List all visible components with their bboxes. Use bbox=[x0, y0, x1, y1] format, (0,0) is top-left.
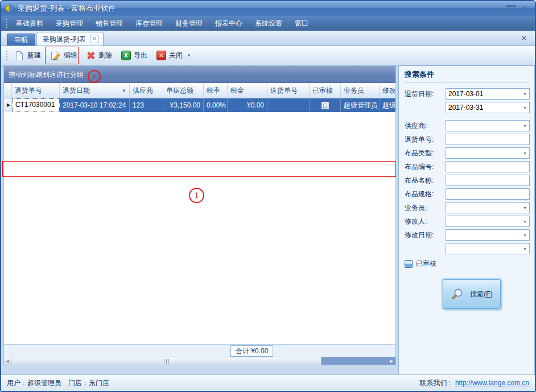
menu-reports[interactable]: 报表中心 bbox=[209, 16, 249, 31]
app-window: 采购退货-列表 - 蓝格布业软件 ✕ 基础资料 采购管理 销售管理 库存管理 财… bbox=[0, 0, 536, 392]
close-list-button[interactable]: ✕ 关闭 ▼ bbox=[152, 49, 196, 62]
excel-export-icon: X bbox=[121, 51, 131, 60]
contact-label: 联系我们 : bbox=[419, 378, 451, 388]
chevron-down-icon: ▼ bbox=[523, 220, 527, 224]
field-label: 供应商: bbox=[405, 121, 446, 131]
tabstrip-close-icon[interactable]: ✕ bbox=[521, 34, 531, 42]
footer-total: 合计:¥0.00 bbox=[230, 345, 273, 357]
delete-x-icon: ✖ bbox=[86, 51, 96, 61]
cell-approved[interactable] bbox=[310, 98, 341, 112]
user-store-status: 用户：超级管理员 门店：东门店 bbox=[7, 378, 109, 388]
menu-finance[interactable]: 财务管理 bbox=[169, 16, 209, 31]
cell-supplier[interactable]: 123 bbox=[130, 98, 163, 112]
header-supplier[interactable]: 供应商 bbox=[130, 83, 163, 98]
field-label: 布品类型: bbox=[405, 148, 446, 158]
cell-total[interactable]: ¥3,150.00 bbox=[163, 98, 204, 112]
supplier-combo[interactable]: ▼ bbox=[446, 120, 530, 131]
cell-return-no[interactable]: CT17030001 bbox=[12, 98, 60, 112]
table-row[interactable]: ▶ CT17030001 2017-03-10 17:02:24 123 ¥3,… bbox=[4, 98, 395, 112]
main-area: 拖动列标题到这进行分组 退货单号 退货日期 ▼ 供应商 单据总额 税率 税金 送… bbox=[1, 65, 535, 374]
minimize-button[interactable] bbox=[490, 5, 498, 12]
app-logo-icon bbox=[5, 4, 15, 13]
tab-purchase-return-list[interactable]: 采购退货-列表 ✕ bbox=[36, 32, 104, 46]
field-label: 修改人: bbox=[405, 217, 446, 226]
title-bar: 采购退货-列表 - 蓝格布业软件 ✕ bbox=[1, 1, 535, 16]
horizontal-scrollbar[interactable]: ◀ ▶ bbox=[4, 357, 395, 365]
menu-system[interactable]: 系统设置 bbox=[249, 16, 288, 31]
field-label: 退货单号: bbox=[405, 135, 446, 145]
scrollbar-track[interactable] bbox=[321, 357, 387, 365]
approved-filter[interactable]: 已审核 bbox=[405, 259, 530, 269]
new-button[interactable]: 新建 bbox=[10, 49, 46, 63]
tab-strip: 导航 采购退货-列表 ✕ ✕ bbox=[1, 31, 535, 46]
export-button[interactable]: X 导出 bbox=[117, 49, 152, 62]
header-tax[interactable]: 税金 bbox=[228, 83, 267, 98]
modify-date-from-combo[interactable]: ▼ bbox=[446, 229, 530, 241]
cell-delivery-no[interactable] bbox=[267, 98, 310, 112]
chevron-down-icon: ▼ bbox=[523, 151, 527, 155]
fabric-code-field[interactable] bbox=[446, 161, 530, 172]
header-salesman[interactable]: 业务员 bbox=[341, 83, 380, 98]
website-link[interactable]: http://www.lange.com.cn bbox=[455, 379, 529, 387]
header-return-date[interactable]: 退货日期 ▼ bbox=[60, 83, 130, 98]
field-label: 业务员: bbox=[405, 203, 446, 213]
fabric-name-field[interactable] bbox=[446, 175, 530, 186]
search-icon bbox=[451, 287, 464, 301]
header-approved[interactable]: 已审核 bbox=[310, 83, 341, 98]
fabric-spec-field[interactable] bbox=[446, 188, 530, 200]
approved-checkbox[interactable] bbox=[321, 102, 329, 109]
chevron-down-icon: ▼ bbox=[523, 92, 527, 96]
cell-tax-rate[interactable]: 0.00% bbox=[204, 98, 228, 112]
cell-return-date[interactable]: 2017-03-10 17:02:24 bbox=[60, 98, 130, 112]
menu-sales[interactable]: 销售管理 bbox=[89, 16, 129, 31]
approved-filter-checkbox[interactable] bbox=[405, 260, 413, 268]
cell-modified-by[interactable]: 超级 bbox=[380, 98, 395, 112]
chevron-down-icon: ▼ bbox=[523, 124, 527, 128]
close-window-button[interactable]: ✕ bbox=[522, 5, 528, 12]
scroll-right-icon[interactable]: ▶ bbox=[387, 357, 395, 365]
field-label: 布品名称: bbox=[405, 176, 446, 185]
header-total[interactable]: 单据总额 bbox=[163, 83, 204, 98]
close-box-icon: ✕ bbox=[156, 51, 166, 60]
modifier-combo[interactable]: ▼ bbox=[446, 216, 530, 227]
cell-tax[interactable]: ¥0.00 bbox=[228, 98, 267, 112]
tab-close-icon[interactable]: ✕ bbox=[90, 35, 98, 43]
field-label: 修改日期: bbox=[405, 230, 446, 240]
menu-window[interactable]: 窗口 bbox=[288, 16, 315, 31]
return-no-field[interactable] bbox=[446, 134, 530, 145]
fabric-type-combo[interactable]: ▼ bbox=[446, 147, 530, 159]
search-button[interactable]: 搜索(F) bbox=[443, 279, 501, 309]
toolbar-grip bbox=[6, 51, 7, 61]
grid-group-panel[interactable]: 拖动列标题到这进行分组 bbox=[4, 66, 395, 83]
header-return-no[interactable]: 退货单号 bbox=[12, 83, 60, 98]
header-tax-rate[interactable]: 税率 bbox=[204, 83, 228, 98]
menu-purchase[interactable]: 采购管理 bbox=[50, 16, 89, 31]
cell-salesman[interactable]: 超级管理员 bbox=[341, 98, 380, 112]
maximize-button[interactable] bbox=[506, 5, 514, 12]
return-date-from-combo[interactable]: 2017-03-01 ▼ bbox=[446, 88, 530, 100]
status-bar: 用户：超级管理员 门店：东门店 联系我们 : http://www.lange.… bbox=[1, 374, 535, 391]
grid-empty-area bbox=[4, 112, 395, 344]
delete-button[interactable]: ✖ 删除 bbox=[82, 49, 117, 63]
close-dropdown-icon[interactable]: ▼ bbox=[187, 53, 191, 58]
grid-header-row: 退货单号 退货日期 ▼ 供应商 单据总额 税率 税金 送货单号 已审核 业务员 … bbox=[4, 83, 395, 98]
search-panel-title: 搜索条件 bbox=[405, 69, 530, 83]
salesman-combo[interactable]: ▼ bbox=[446, 202, 530, 213]
modify-date-to-combo[interactable]: ▼ bbox=[446, 243, 530, 254]
chevron-down-icon: ▼ bbox=[523, 247, 527, 251]
search-button-label: 搜索(F) bbox=[470, 290, 492, 299]
header-modified[interactable]: 修改 bbox=[380, 83, 395, 98]
scroll-left-icon[interactable]: ◀ bbox=[4, 357, 11, 365]
return-date-to-combo[interactable]: 2017-03-31 ▼ bbox=[446, 102, 530, 113]
menu-basic-data[interactable]: 基础资料 bbox=[10, 16, 50, 31]
field-label: 布品规格: bbox=[405, 189, 446, 199]
grid-footer: 合计:¥0.00 bbox=[4, 344, 395, 357]
scrollbar-thumb[interactable] bbox=[11, 357, 321, 365]
header-delivery-no[interactable]: 送货单号 bbox=[267, 83, 310, 98]
window-title: 采购退货-列表 - 蓝格布业软件 bbox=[18, 3, 116, 14]
edit-button[interactable]: 编辑 bbox=[46, 49, 82, 63]
menu-inventory[interactable]: 库存管理 bbox=[129, 16, 169, 31]
row-pointer-icon: ▶ bbox=[4, 98, 12, 112]
search-panel: 搜索条件 退货日期: 2017-03-01 ▼ 2017-03-31 ▼ bbox=[398, 65, 535, 374]
tab-navigation[interactable]: 导航 bbox=[7, 34, 35, 46]
